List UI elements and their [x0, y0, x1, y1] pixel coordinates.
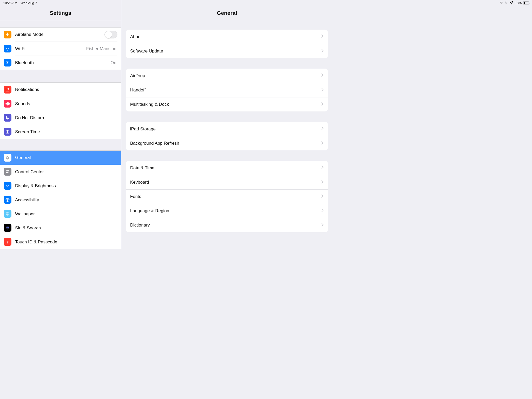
item-label: Background App Refresh [130, 141, 321, 146]
sidebar-item-wifi[interactable]: Wi-FiFisher Mansion [0, 42, 121, 56]
sidebar-label: Wallpaper [15, 211, 117, 217]
svg-rect-3 [6, 172, 9, 173]
display-icon: AA [4, 182, 11, 190]
chevron-right-icon [321, 34, 324, 39]
sidebar-label: Airplane Mode [15, 32, 104, 37]
general-item-background-app-refresh[interactable]: Background App Refresh [126, 136, 328, 150]
general-item-handoff[interactable]: Handoff [126, 83, 328, 97]
sidebar-value: Fisher Mansion [86, 46, 117, 51]
sidebar-label: Bluetooth [15, 60, 110, 65]
item-label: Language & Region [130, 208, 321, 214]
dnd-icon [4, 114, 11, 122]
svg-point-10 [6, 212, 9, 215]
svg-text:AA: AA [6, 184, 9, 187]
sidebar-item-general[interactable]: General [0, 151, 121, 165]
sidebar-item-bluetooth[interactable]: BluetoothOn [0, 56, 121, 70]
general-item-multitasking-dock[interactable]: Multitasking & Dock [126, 97, 328, 111]
sidebar-label: Screen Time [15, 129, 117, 135]
sidebar-item-dnd[interactable]: Do Not Disturb [0, 111, 121, 125]
sidebar-label: Control Center [15, 169, 117, 175]
controlcenter-icon [4, 168, 11, 176]
touchid-icon [4, 238, 11, 246]
general-item-airdrop[interactable]: AirDrop [126, 69, 328, 83]
svg-point-9 [7, 213, 8, 215]
detail-pane: General AboutSoftware UpdateAirDropHando… [121, 0, 332, 249]
sidebar-label: Do Not Disturb [15, 115, 117, 121]
item-label: Handoff [130, 88, 321, 93]
item-label: Fonts [130, 194, 321, 199]
sidebar-item-notifications[interactable]: Notifications [0, 83, 121, 97]
general-icon [4, 154, 11, 162]
wallpaper-icon [4, 210, 11, 218]
chevron-right-icon [321, 208, 324, 214]
accessibility-icon [4, 196, 11, 204]
sidebar-label: Siri & Search [15, 225, 117, 231]
item-label: About [130, 34, 321, 39]
sidebar-label: Sounds [15, 101, 117, 107]
general-item-dictionary[interactable]: Dictionary [126, 218, 328, 232]
sidebar-label: Touch ID & Passcode [15, 240, 117, 245]
chevron-right-icon [321, 49, 324, 54]
sounds-icon [4, 100, 11, 108]
chevron-right-icon [321, 73, 324, 78]
sidebar-value: On [110, 60, 117, 65]
screentime-icon [4, 128, 11, 136]
svg-rect-2 [6, 170, 9, 171]
status-date: Wed Aug 7 [21, 1, 37, 5]
airplane-icon [4, 31, 11, 38]
item-label: Date & Time [130, 165, 321, 171]
chevron-right-icon [321, 165, 324, 171]
general-item-ipad-storage[interactable]: iPad Storage [126, 122, 328, 136]
general-item-keyboard[interactable]: Keyboard [126, 175, 328, 189]
chevron-right-icon [321, 126, 324, 132]
sidebar-item-siri[interactable]: Siri & Search [0, 221, 121, 235]
chevron-right-icon [321, 180, 324, 185]
item-label: AirDrop [130, 73, 321, 78]
general-item-fonts[interactable]: Fonts [126, 189, 328, 204]
sidebar-label: Wi-Fi [15, 46, 86, 51]
sidebar-label: Display & Brightness [15, 183, 117, 189]
settings-sidebar: Settings Airplane ModeWi-FiFisher Mansio… [0, 0, 121, 249]
notifications-icon [4, 86, 11, 94]
sidebar-label: Notifications [15, 87, 117, 92]
wifi-icon [4, 45, 11, 52]
sidebar-item-wallpaper[interactable]: Wallpaper [0, 207, 121, 221]
svg-point-8 [7, 198, 8, 199]
sidebar-label: General [15, 155, 117, 160]
general-item-about[interactable]: About [126, 30, 328, 44]
general-item-software-update[interactable]: Software Update [126, 44, 328, 58]
airplane-toggle[interactable] [104, 31, 117, 38]
status-time: 10:25 AM [3, 1, 17, 5]
item-label: Dictionary [130, 223, 321, 228]
status-bar: 10:25 AM Wed Aug 7 18% [0, 0, 332, 6]
sidebar-item-screentime[interactable]: Screen Time [0, 125, 121, 139]
sidebar-label: Accessibility [15, 197, 117, 203]
svg-point-1 [8, 88, 9, 90]
item-label: iPad Storage [130, 127, 321, 132]
sidebar-item-controlcenter[interactable]: Control Center [0, 165, 121, 179]
sidebar-item-sounds[interactable]: Sounds [0, 97, 121, 111]
item-label: Software Update [130, 49, 321, 54]
chevron-right-icon [321, 194, 324, 200]
svg-point-5 [8, 172, 9, 173]
siri-icon [4, 224, 11, 232]
sidebar-item-airplane[interactable]: Airplane Mode [0, 28, 121, 42]
svg-point-4 [6, 171, 7, 171]
chevron-right-icon [321, 102, 324, 107]
bluetooth-icon [4, 59, 11, 66]
sidebar-item-accessibility[interactable]: Accessibility [0, 193, 121, 207]
chevron-right-icon [321, 141, 324, 146]
sidebar-item-touchid[interactable]: Touch ID & Passcode [0, 235, 121, 249]
general-item-date-time[interactable]: Date & Time [126, 161, 328, 175]
item-label: Multitasking & Dock [130, 102, 321, 107]
item-label: Keyboard [130, 180, 321, 185]
chevron-right-icon [321, 88, 324, 93]
general-item-language-region[interactable]: Language & Region [126, 204, 328, 218]
sidebar-item-display[interactable]: AADisplay & Brightness [0, 179, 121, 193]
chevron-right-icon [321, 223, 324, 228]
